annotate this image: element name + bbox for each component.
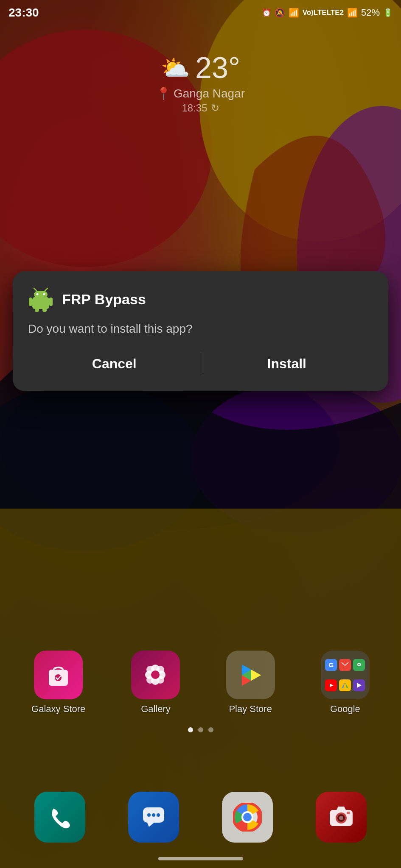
app-grid: Galaxy Store Gallery (0, 651, 401, 749)
galaxy-store-label: Galaxy Store (31, 704, 85, 715)
svg-rect-13 (29, 298, 32, 306)
weather-temperature: 23° (195, 51, 240, 85)
weather-cloud-icon: ⛅ (161, 54, 190, 82)
svg-rect-16 (42, 308, 47, 312)
svg-point-41 (147, 813, 151, 817)
play-store-icon (226, 651, 275, 699)
dock (0, 792, 401, 843)
messages-dock-item[interactable] (128, 792, 179, 843)
dialog-buttons: Cancel Install (28, 349, 373, 378)
google-folder-label: Google (330, 704, 360, 715)
svg-line-12 (45, 288, 48, 291)
gallery-app[interactable]: Gallery (131, 651, 180, 715)
signal-icon: 📶 (347, 8, 358, 18)
galaxy-store-bag-icon (45, 661, 72, 689)
install-dialog: FRP Bypass Do you want to install this a… (13, 271, 388, 391)
weather-row: ⛅ 23° (161, 51, 240, 85)
svg-point-27 (151, 670, 160, 679)
page-dot-1 (188, 727, 193, 732)
svg-line-11 (34, 288, 36, 291)
play-store-triangle-icon (236, 660, 265, 690)
weather-widget: ⛅ 23° 📍 Ganga Nagar 18:35 ↻ (0, 51, 401, 114)
chrome-dock-item[interactable] (222, 792, 273, 843)
messages-icon (128, 792, 179, 843)
svg-rect-52 (347, 812, 350, 814)
lte-text: Vo)LTELTE2 (303, 8, 344, 17)
phone-handset-icon (47, 804, 73, 830)
svg-point-9 (36, 293, 39, 295)
messages-bubble-icon (140, 804, 167, 830)
phone-icon (34, 792, 85, 843)
galaxy-store-icon (34, 651, 83, 699)
svg-point-51 (339, 816, 343, 820)
app-row: Galaxy Store Gallery (8, 651, 393, 715)
camera-dock-item[interactable] (316, 792, 367, 843)
google-folder-app[interactable]: G (321, 651, 370, 715)
alarm-icon: ⏰ (262, 8, 271, 17)
svg-point-10 (43, 293, 45, 295)
phone-dock-item[interactable] (34, 792, 85, 843)
dialog-app-name: FRP Bypass (62, 291, 146, 308)
page-indicators (8, 727, 393, 732)
galaxy-store-app[interactable]: Galaxy Store (31, 651, 85, 715)
location-pin-icon: 📍 (156, 86, 171, 100)
svg-rect-8 (34, 291, 48, 298)
play-store-app[interactable]: Play Store (226, 651, 275, 715)
svg-rect-7 (32, 297, 49, 309)
status-time: 23:30 (8, 6, 39, 19)
svg-point-42 (152, 813, 155, 817)
dialog-divider (201, 352, 201, 376)
battery-text: 52% (361, 7, 380, 18)
chrome-circle-icon (233, 803, 262, 832)
install-button[interactable]: Install (201, 349, 373, 378)
dialog-header: FRP Bypass (28, 287, 373, 312)
svg-point-43 (157, 813, 160, 817)
svg-marker-31 (251, 670, 261, 681)
google-folder-icon: G (321, 651, 370, 699)
page-dot-2 (198, 727, 203, 732)
maps-icon (353, 659, 365, 671)
mute-icon: 🔕 (275, 8, 285, 18)
camera-icon (316, 792, 367, 843)
gallery-label: Gallery (141, 704, 171, 715)
play-store-label: Play Store (229, 704, 272, 715)
gallery-icon (131, 651, 180, 699)
weather-time: 18:35 ↻ (182, 102, 219, 114)
home-bar (158, 857, 243, 860)
page-dot-3 (208, 727, 213, 732)
svg-point-47 (243, 813, 252, 821)
svg-rect-14 (49, 298, 53, 306)
status-icons: ⏰ 🔕 📶 Vo)LTELTE2 📶 52% 🔋 (262, 7, 393, 18)
drive-icon (339, 679, 351, 691)
svg-marker-39 (357, 683, 362, 688)
gallery-flower-icon (142, 661, 169, 689)
dialog-question: Do you want to install this app? (28, 322, 373, 336)
weather-refresh-icon: ↻ (211, 102, 219, 114)
weather-clock-time: 18:35 (182, 102, 207, 114)
svg-rect-15 (35, 308, 39, 312)
location-name: Ganga Nagar (174, 87, 245, 100)
cancel-button[interactable]: Cancel (28, 349, 201, 378)
camera-lens-icon (328, 804, 354, 830)
google-g-icon: G (325, 659, 337, 671)
weather-location: 📍 Ganga Nagar (156, 86, 245, 100)
youtube-icon (325, 679, 337, 691)
gmail-icon (339, 659, 351, 671)
svg-point-33 (358, 664, 360, 665)
wifi-icon: 📶 (289, 8, 299, 18)
battery-icon: 🔋 (383, 8, 393, 17)
google-play-mini-icon (353, 679, 365, 691)
status-bar: 23:30 ⏰ 🔕 📶 Vo)LTELTE2 📶 52% 🔋 (0, 0, 401, 25)
android-robot-icon (28, 287, 53, 312)
chrome-icon (222, 792, 273, 843)
